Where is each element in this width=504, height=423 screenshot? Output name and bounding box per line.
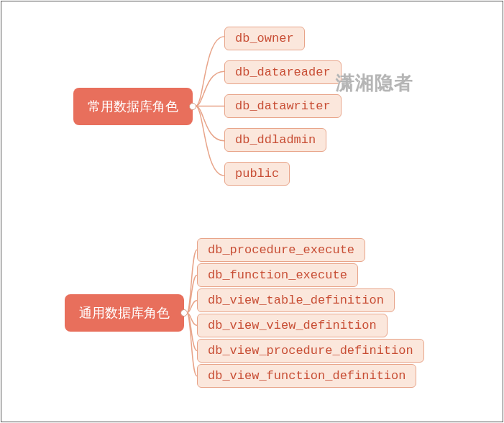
watermark-text: 潇湘隐者	[336, 70, 413, 96]
group-general-db-roles: 通用数据库角色 db_procedure_execute db_function…	[65, 237, 424, 388]
child-node[interactable]: db_owner	[224, 27, 305, 50]
children-common: db_owner db_datareader db_datawriter db_…	[224, 22, 342, 191]
child-node[interactable]: db_procedure_execute	[197, 238, 365, 262]
child-node[interactable]: db_ddladmin	[224, 128, 326, 152]
root-node-general[interactable]: 通用数据库角色	[65, 294, 184, 332]
child-node[interactable]: db_function_execute	[197, 263, 358, 287]
child-node[interactable]: public	[224, 162, 290, 186]
child-node[interactable]: db_view_function_definition	[197, 364, 416, 388]
children-general: db_procedure_execute db_function_execute…	[197, 237, 424, 388]
diagram-canvas: 常用数据库角色 db_owner db_datareader db_datawr…	[1, 1, 503, 422]
child-node[interactable]: db_view_procedure_definition	[197, 339, 424, 363]
child-node[interactable]: db_datawriter	[224, 94, 342, 118]
child-node[interactable]: db_datareader	[224, 60, 342, 84]
connector-general	[184, 237, 197, 388]
root-node-common[interactable]: 常用数据库角色	[73, 88, 193, 125]
child-node[interactable]: db_view_view_definition	[197, 314, 388, 337]
child-node[interactable]: db_view_table_definition	[197, 288, 395, 312]
group-common-db-roles: 常用数据库角色 db_owner db_datareader db_datawr…	[73, 22, 342, 191]
connector-common	[193, 22, 224, 191]
